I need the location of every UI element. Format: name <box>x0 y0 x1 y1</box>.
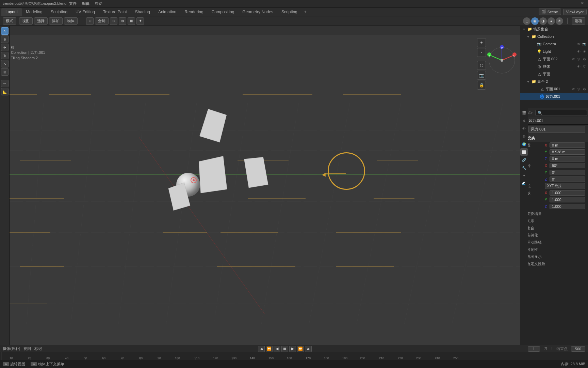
scene-selector[interactable]: 🎬 Scene <box>539 9 561 15</box>
persp-ortho-btn[interactable]: ⬡ <box>477 61 486 70</box>
material-mode-btn[interactable]: ◑ <box>539 17 547 25</box>
motion-path-toggle[interactable]: ▶ 运动路径 <box>520 239 588 246</box>
plane001-render-icon[interactable]: ⚙ <box>582 87 587 91</box>
add-workspace-button[interactable]: + <box>301 9 309 15</box>
tab-layout[interactable]: Layout <box>1 8 22 16</box>
overlays-btn[interactable]: 选项 <box>572 17 585 25</box>
select-btn[interactable]: 选择 <box>34 17 48 25</box>
outliner-item-collection[interactable]: 📁 Collection <box>520 33 588 40</box>
prev-keyframe-btn[interactable]: ◀ <box>274 346 280 352</box>
tl-view-btn[interactable]: 视图 <box>23 346 31 351</box>
snap-icon[interactable]: ⊕ <box>110 17 117 25</box>
prop-tab-render[interactable]: 🎬 <box>520 109 528 117</box>
instancing-toggle[interactable]: ▶ 实例化 <box>520 232 588 239</box>
light-sun-icon[interactable]: ☀ <box>582 50 587 53</box>
tl-marker-btn[interactable]: 标记 <box>34 346 42 351</box>
tab-texture-paint[interactable]: Texture Paint <box>99 8 131 16</box>
camera-eye-icon[interactable]: 👁 <box>576 42 581 46</box>
prop-tab-scene[interactable]: ⚙ <box>520 133 528 140</box>
tl-mode-btn[interactable]: 摄像(插补) <box>3 346 20 351</box>
object-btn[interactable]: 物体 <box>64 17 78 25</box>
sphere-filter-icon[interactable]: ▽ <box>582 65 587 68</box>
rot-x-field[interactable]: 90° <box>550 163 585 168</box>
delta-transform-toggle[interactable]: ▶ 变换增量 <box>520 210 588 217</box>
outliner-item-light[interactable]: 💡 Light 👁 ☀ <box>520 48 588 55</box>
plane001-filter-icon[interactable]: ▽ <box>576 87 581 91</box>
outliner-item-plane[interactable]: △ 平面 <box>520 70 588 78</box>
zoom-out-btn[interactable]: - <box>477 48 486 57</box>
prev-frame-btn[interactable]: ⏪ <box>266 346 273 352</box>
lock-view-btn[interactable]: 🔒 <box>477 81 486 90</box>
prop-tab-view[interactable]: 👁 <box>520 125 528 132</box>
end-frame-counter[interactable]: 500 <box>571 346 585 352</box>
next-keyframe-btn[interactable]: ▶ <box>289 346 296 352</box>
tab-modeling[interactable]: Modeling <box>22 8 47 16</box>
move-tool-btn[interactable]: ✛ <box>1 44 9 51</box>
camera-view-btn[interactable]: 📷 <box>477 71 486 80</box>
pos-x-field[interactable]: 0 m <box>550 142 585 148</box>
sphere-eye-icon[interactable]: 👁 <box>576 65 581 68</box>
timeline-ruler[interactable]: 10 20 30 40 50 60 70 80 90 100 110 120 1… <box>0 352 588 361</box>
prop-tab-output[interactable]: 🖨 <box>520 117 528 124</box>
mode-field[interactable]: XYZ 欧拉 <box>545 183 585 189</box>
current-frame-counter[interactable]: 1 <box>528 346 540 352</box>
viewport-display-toggle[interactable]: ▶ 视图显示 <box>520 253 588 260</box>
prop-search-input[interactable] <box>535 110 587 116</box>
annotate-tool-btn[interactable]: ✏ <box>1 80 9 87</box>
solid-mode-btn[interactable]: ◉ <box>531 17 539 25</box>
navigation-gizmo[interactable]: X Y Z <box>487 45 517 76</box>
stop-btn[interactable]: ⏹ <box>281 346 288 352</box>
rendered-mode-btn[interactable]: ● <box>548 17 555 25</box>
tab-sculpting[interactable]: Sculpting <box>47 8 71 16</box>
select-tool-btn[interactable]: ↖ <box>1 27 9 35</box>
scale-tool-btn[interactable]: ⤡ <box>1 60 9 67</box>
custom-props-toggle[interactable]: ▶ 自定义性质 <box>520 260 588 267</box>
visibility-toggle[interactable]: ▶ 可见性 <box>520 246 588 253</box>
proportional-edit-icon[interactable]: ⊙ <box>86 17 94 25</box>
transform-icon[interactable]: ⊞ <box>128 17 135 25</box>
plane002-render-icon[interactable]: ⚙ <box>582 57 587 61</box>
cursor-tool-btn[interactable]: ⊕ <box>1 35 9 43</box>
light-eye-icon[interactable]: 👁 <box>576 50 581 53</box>
rot-y-field[interactable]: 0° <box>550 170 585 175</box>
tab-uv-editing[interactable]: UV Editing <box>71 8 99 16</box>
plane001-eye-icon[interactable]: 👁 <box>571 87 576 91</box>
viewlayer-selector[interactable]: ViewLayer <box>563 9 587 15</box>
scale-z-field[interactable]: 1.000 <box>550 204 585 209</box>
viewport-3d[interactable]: ◀ 根 Collection | 风力.001 Tiling Shaders 2… <box>10 26 520 345</box>
outliner-item-scene-collection[interactable]: 📁 场景集合 <box>520 25 588 33</box>
relations-toggle[interactable]: ▶ 关系 <box>520 217 588 225</box>
next-frame-btn[interactable]: ⏩ <box>297 346 304 352</box>
collections-toggle[interactable]: ▶ 集合 <box>520 225 588 232</box>
outliner-item-sphere[interactable]: ◎ 球体 👁 ▽ <box>520 63 588 70</box>
menu-help[interactable]: 帮助 <box>95 1 102 6</box>
transform-tool-btn[interactable]: ⊞ <box>1 68 9 76</box>
jump-start-btn[interactable]: ⏮ <box>258 346 265 352</box>
prop-name-field[interactable]: 风力.001 <box>528 126 585 133</box>
zoom-in-btn[interactable]: + <box>477 38 486 47</box>
prop-tab-modifier[interactable]: 🔧 <box>520 164 528 171</box>
tab-rendering[interactable]: Rendering <box>180 8 207 16</box>
tab-animation[interactable]: Animation <box>154 8 180 16</box>
outliner-item-wind001[interactable]: 🌀 风力.001 <box>520 93 588 100</box>
outliner-item-plane002[interactable]: △ 平面.002 👁 ▽ ⚙ <box>520 55 588 63</box>
tab-geometry-nodes[interactable]: Geometry Nodes <box>238 8 277 16</box>
scale-x-field[interactable]: 1.000 <box>550 190 585 196</box>
mode-dropdown-btn[interactable]: 模式 <box>3 17 16 25</box>
plane002-filter-icon[interactable]: ▽ <box>576 57 581 61</box>
camera-cam-icon[interactable]: 📷 <box>582 42 587 46</box>
menu-edit[interactable]: 编辑 <box>82 1 89 6</box>
menu-file[interactable]: 文件 <box>69 1 77 6</box>
global-dropdown[interactable]: 全局 <box>95 17 109 25</box>
plane002-eye-icon[interactable]: 👁 <box>571 57 576 61</box>
tab-scripting[interactable]: Scripting <box>277 8 301 16</box>
view-btn[interactable]: 视图 <box>19 17 33 25</box>
scale-y-field[interactable]: 1.000 <box>550 197 585 202</box>
outliner-item-camera[interactable]: 📷 Camera 👁 📷 <box>520 40 588 48</box>
eevee-icon[interactable]: ☀ <box>556 17 563 25</box>
close-button[interactable]: ✕ <box>581 1 584 5</box>
pos-y-field[interactable]: 8.538 m <box>550 149 585 155</box>
prop-tab-physics[interactable]: 🌊 <box>520 180 528 187</box>
magnet-icon[interactable]: ⊗ <box>119 17 126 25</box>
tab-compositing[interactable]: Compositing <box>208 8 239 16</box>
